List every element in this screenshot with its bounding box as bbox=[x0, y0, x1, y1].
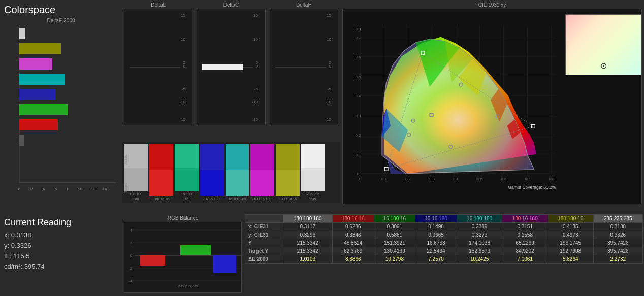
reading-x: x: 0.3138 bbox=[4, 230, 118, 241]
reading-fL: fL: 115.5 bbox=[4, 251, 118, 262]
rgb-svg: 4 2 0 -2 -4 235 235 235 bbox=[124, 222, 241, 288]
table-cell: 16.6733 bbox=[415, 239, 457, 247]
table-cell: 0.4135 bbox=[548, 223, 593, 231]
col-header-white2: 235 235 235 bbox=[593, 215, 643, 223]
table-cell: 215.3342 bbox=[283, 247, 332, 255]
svg-text:6: 6 bbox=[55, 187, 57, 191]
table-row: x: CIE310.31170.62860.30910.14980.23190.… bbox=[245, 223, 643, 231]
svg-text:-15: -15 bbox=[252, 117, 259, 122]
table-cell: 7.2570 bbox=[415, 255, 457, 264]
left-panel: Colorspace DeltaE 2000 bbox=[0, 0, 122, 213]
row-label: ΔE 2000 bbox=[245, 255, 283, 264]
table-cell: 1.0103 bbox=[283, 255, 332, 264]
table-cell: 84.9202 bbox=[502, 247, 548, 255]
svg-rect-8 bbox=[19, 104, 68, 115]
reading-cdm2: cd/m²: 395.74 bbox=[4, 261, 118, 272]
svg-rect-6 bbox=[19, 74, 65, 85]
rgb-balance-panel: RGB Balance 4 2 0 -2 -4 bbox=[122, 213, 244, 296]
table-cell: 0.4973 bbox=[548, 231, 593, 239]
svg-text:8: 8 bbox=[67, 187, 70, 191]
table-cell: 0.3151 bbox=[502, 223, 548, 231]
table-cell: 0.3346 bbox=[332, 231, 374, 239]
svg-rect-5 bbox=[19, 58, 52, 70]
table-cell: 22.5434 bbox=[415, 247, 457, 255]
col-header-white: 180 180 180 bbox=[283, 215, 332, 223]
svg-text:0: 0 bbox=[130, 254, 132, 257]
table-cell: 0.3296 bbox=[283, 231, 332, 239]
table-cell: 7.0061 bbox=[502, 255, 548, 264]
deltaL-area: 15 10 5 0 -5 -10 -15 235 235 235 bbox=[124, 9, 192, 125]
table-cell: 395.7426 bbox=[593, 247, 643, 255]
svg-rect-33 bbox=[202, 64, 243, 70]
deltaH-chart: DeltaH 15 10 5 0 -5 -10 -15 235 235 235 bbox=[268, 0, 340, 142]
swatch-blue: 16 16 180 bbox=[200, 144, 224, 201]
deltaL-chart: DeltaL 15 10 5 0 -5 -10 -15 235 235 235 bbox=[122, 0, 195, 142]
deltae-subtitle: DeltaE 2000 bbox=[4, 18, 118, 23]
svg-text:-5: -5 bbox=[328, 87, 332, 91]
table-cell: 0.5861 bbox=[374, 231, 415, 239]
svg-text:Gamut Coverage:  63.2%: Gamut Coverage: 63.2% bbox=[508, 185, 556, 190]
deltae-svg: 0 2 4 6 8 10 12 14 bbox=[4, 25, 116, 193]
col-header-empty bbox=[245, 215, 283, 223]
deltaC-title: DeltaC bbox=[197, 2, 265, 8]
table-cell: 5.8264 bbox=[548, 255, 593, 264]
svg-text:0.8: 0.8 bbox=[549, 177, 555, 181]
row-label: y: CIE31 bbox=[245, 231, 283, 239]
svg-rect-118 bbox=[140, 255, 165, 266]
color-preview-box: ⊙ bbox=[565, 14, 641, 75]
table-cell: 10.2798 bbox=[374, 255, 415, 264]
svg-text:-15: -15 bbox=[325, 117, 331, 122]
col-header-magenta: 180 16 180 bbox=[502, 215, 548, 223]
swatch-magenta: 180 16 180 bbox=[250, 144, 274, 201]
app-title: Colorspace bbox=[4, 4, 118, 16]
svg-text:10: 10 bbox=[181, 37, 185, 42]
table-cell: 62.3769 bbox=[332, 247, 374, 255]
table-cell: 65.2269 bbox=[502, 239, 548, 247]
current-reading-title: Current Reading bbox=[4, 217, 118, 228]
table-cell: 0.2319 bbox=[457, 223, 502, 231]
svg-text:0.7: 0.7 bbox=[525, 177, 530, 181]
svg-text:0: 0 bbox=[256, 64, 259, 69]
table-cell: 196.1745 bbox=[548, 239, 593, 247]
table-cell: 0.3326 bbox=[593, 231, 643, 239]
table-cell: 2.2732 bbox=[593, 255, 643, 264]
svg-rect-4 bbox=[19, 43, 61, 54]
label-target: Target bbox=[124, 173, 127, 193]
svg-text:15: 15 bbox=[253, 13, 258, 18]
deltae-chart: 0 2 4 6 8 10 12 14 bbox=[4, 25, 116, 198]
deltaL-title: DeltaL bbox=[124, 2, 192, 8]
deltaL-svg: 15 10 5 0 -5 -10 -15 235 235 235 bbox=[124, 9, 192, 125]
cie-container: 0 0.1 0.2 0.3 0.4 0.5 0.6 0.7 0.8 0 0.1 … bbox=[342, 9, 642, 204]
deltaH-title: DeltaH bbox=[270, 2, 338, 8]
svg-text:-2: -2 bbox=[129, 267, 132, 270]
svg-text:0.3: 0.3 bbox=[429, 177, 435, 181]
col-header-red: 180 16 16 bbox=[332, 215, 374, 223]
deltaC-chart: DeltaC 15 10 5 0 -5 -10 -15 bbox=[195, 0, 267, 142]
table-cell: 0.3091 bbox=[374, 223, 415, 231]
table-cell: 10.2425 bbox=[457, 255, 502, 264]
svg-text:10: 10 bbox=[253, 37, 258, 42]
svg-text:0.2: 0.2 bbox=[356, 133, 361, 138]
data-table: 180 180 180 180 16 16 16 180 16 16 16 18… bbox=[245, 214, 643, 264]
col-header-yellow: 180 180 16 bbox=[548, 215, 593, 223]
table-cell: 0.6286 bbox=[332, 223, 374, 231]
svg-text:0.5: 0.5 bbox=[356, 75, 361, 79]
cie-svg: 0 0.1 0.2 0.3 0.4 0.5 0.6 0.7 0.8 0 0.1 … bbox=[343, 9, 560, 204]
svg-text:0.4: 0.4 bbox=[356, 94, 361, 98]
table-row: y: CIE310.32960.33460.58610.06650.32730.… bbox=[245, 231, 643, 239]
cie-diagram: 0 0.1 0.2 0.3 0.4 0.5 0.6 0.7 0.8 0 0.1 … bbox=[343, 9, 560, 204]
deltaH-area: 15 10 5 0 -5 -10 -15 235 235 235 bbox=[270, 9, 338, 125]
current-reading-panel: Current Reading x: 0.3138 y: 0.3326 fL: … bbox=[0, 213, 122, 296]
row-label: Y bbox=[245, 239, 283, 247]
swatch-white: 180 180180 bbox=[124, 144, 148, 201]
table-cell: 0.0665 bbox=[415, 231, 457, 239]
cie-chart-title: CIE 1931 xy bbox=[342, 2, 642, 8]
table-cell: 174.1038 bbox=[457, 239, 502, 247]
rgb-chart-area: 4 2 0 -2 -4 235 235 235 bbox=[124, 222, 242, 293]
svg-text:4: 4 bbox=[130, 228, 132, 232]
svg-text:0: 0 bbox=[357, 172, 359, 176]
svg-text:10: 10 bbox=[327, 37, 331, 42]
svg-text:0: 0 bbox=[183, 64, 186, 69]
table-cell: 192.7908 bbox=[548, 247, 593, 255]
swatch-cyan-green: 16 18016 bbox=[175, 144, 199, 201]
